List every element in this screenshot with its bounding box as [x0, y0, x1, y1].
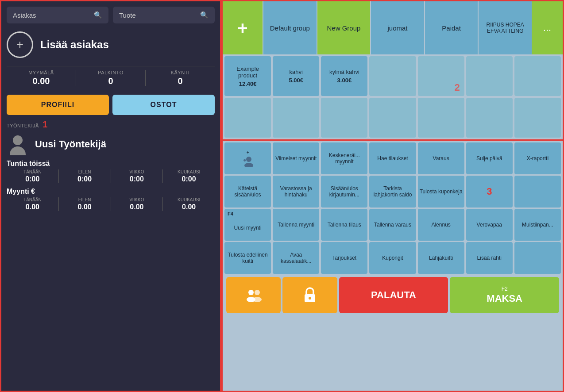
- product-name: Example product: [227, 65, 268, 79]
- action-row-1: + Viimeiset myynnit Keskeneräi... myynni…: [224, 142, 561, 174]
- product-empty-1[interactable]: [369, 56, 416, 96]
- tallenna-myynti-button[interactable]: Tallenna myynti: [273, 209, 319, 241]
- maksa-button[interactable]: F2 MAKSA: [450, 277, 559, 313]
- sales-section: Myynti € TÄNÄÄN 0.00 EILEN 0.00 VIIKKO 0…: [7, 188, 215, 211]
- varaus-label: Varaus: [433, 155, 449, 161]
- add-customer-icon[interactable]: +: [7, 31, 33, 58]
- tab-paidat[interactable]: Paidat: [424, 1, 478, 54]
- tallenna-tilaus-button[interactable]: Tallenna tilaus: [321, 209, 367, 241]
- hours-kuukausi: KUUKAUSI 0:00: [162, 169, 215, 183]
- add-person-button[interactable]: +: [224, 142, 271, 174]
- lisaa-rahti-button[interactable]: Lisää rahti: [466, 242, 513, 274]
- bottom-area: + Viimeiset myynnit Keskeneräi... myynni…: [223, 141, 563, 391]
- add-customer-row[interactable]: + Lisää asiakas: [7, 28, 215, 61]
- lahjakuitti-label: Lahjakuitti: [429, 255, 453, 261]
- tab-new-group[interactable]: New Group: [317, 1, 371, 54]
- sales-eilen: EILEN 0.00: [58, 197, 111, 211]
- employee-header: TYÖNTEKIJÄ 1: [7, 119, 215, 130]
- sales-tanaan: TÄNÄÄN 0.00: [7, 197, 58, 211]
- tarkista-button[interactable]: Tarkista lahjakortin saldo: [369, 176, 416, 208]
- product-price: 12.40€: [239, 81, 257, 87]
- alennus-button[interactable]: Alennus: [418, 209, 464, 241]
- product-empty-10[interactable]: [466, 98, 513, 138]
- tallenna-varaus-button[interactable]: Tallenna varaus: [369, 209, 416, 241]
- tulosta-kuponkeja-label: Tulosta kuponkeja: [420, 188, 463, 195]
- tab-more-button[interactable]: ...: [532, 1, 563, 54]
- viimeiset-myynnit-button[interactable]: Viimeiset myynnit: [273, 142, 319, 174]
- search-customer-box[interactable]: Asiakas 🔍: [7, 7, 108, 23]
- tarjoukset-button[interactable]: Tarjoukset: [321, 242, 367, 274]
- sales-eilen-value: 0.00: [59, 203, 111, 211]
- action-row-3: F4 Uusi myynti Tallenna myynti Tallenna …: [224, 209, 561, 241]
- avaa-kassalaatik-button[interactable]: Avaa kassalaatik...: [273, 242, 319, 274]
- tarjoukset-label: Tarjoukset: [332, 255, 357, 261]
- alennus-label: Alennus: [431, 222, 450, 228]
- lahjakuitti-button[interactable]: Lahjakuitti: [418, 242, 464, 274]
- tulosta-edellinen-label: Tulosta edellinen kuitti: [226, 252, 269, 264]
- right-panel: + Default group New Group juomat Paidat …: [221, 0, 564, 392]
- profiili-button[interactable]: PROFIILI: [7, 95, 109, 115]
- tab-riipus[interactable]: RIIPUS HOPEA EFVA ATTLING: [478, 1, 532, 54]
- kupongit-button[interactable]: Kupongit: [369, 242, 416, 274]
- svg-point-0: [246, 157, 251, 162]
- add-person-icon: +: [242, 150, 254, 167]
- viimeiset-myynnit-label: Viimeiset myynnit: [275, 155, 317, 161]
- x-raportti-button[interactable]: X-raportti: [514, 142, 561, 174]
- person-icon: [242, 156, 254, 167]
- sulje-paiva-button[interactable]: Sulje päivä: [466, 142, 513, 174]
- search-product-box[interactable]: Tuote 🔍: [113, 7, 215, 23]
- hae-tilaukset-button[interactable]: Hae tilaukset: [369, 142, 416, 174]
- product-example[interactable]: Example product 12.40€: [224, 56, 271, 96]
- search-product-icon: 🔍: [200, 11, 209, 19]
- muistiinpan-button[interactable]: Muistiinpan...: [514, 209, 561, 241]
- product-empty-5[interactable]: [224, 98, 271, 138]
- kateista-sisaan-button[interactable]: Käteistä sisään/ulos: [224, 176, 271, 208]
- lock-button[interactable]: [282, 277, 337, 313]
- stat-myymala: Myymälä 0.00: [7, 70, 76, 86]
- product-empty-2[interactable]: 2: [418, 56, 464, 96]
- tab-default-group[interactable]: Default group: [263, 1, 317, 54]
- action-empty-1[interactable]: [514, 176, 561, 208]
- kateista-label: Käteistä sisään/ulos: [226, 185, 269, 198]
- hours-tanaan: TÄNÄÄN 0:00: [7, 169, 58, 183]
- top-area: + Default group New Group juomat Paidat …: [223, 1, 563, 141]
- uusi-myynti-label: Uusi myynti: [234, 225, 262, 231]
- product-empty-3[interactable]: [466, 56, 513, 96]
- kuukausi-value: 0:00: [163, 175, 215, 183]
- ostot-button[interactable]: OSTOT: [112, 95, 215, 115]
- product-empty-7[interactable]: [321, 98, 367, 138]
- tulosta-edellinen-button[interactable]: Tulosta edellinen kuitti: [224, 242, 271, 274]
- maksa-label: MAKSA: [487, 293, 522, 304]
- product-kahvi[interactable]: kahvi 5.00€: [273, 56, 319, 96]
- product-empty-11[interactable]: [514, 98, 561, 138]
- svg-point-1: [244, 163, 253, 167]
- product-empty-4[interactable]: [514, 56, 561, 96]
- stat-palkinto: PALKINTO 0: [76, 70, 145, 86]
- product-empty-6[interactable]: [273, 98, 319, 138]
- sales-viikko: VIIKKO 0.00: [111, 197, 163, 211]
- badge-3-cell[interactable]: 3: [466, 176, 513, 208]
- uusi-myynti-button[interactable]: F4 Uusi myynti: [224, 209, 271, 241]
- tulosta-kuponkeja-button[interactable]: Tulosta kuponkeja: [418, 176, 464, 208]
- product-empty-9[interactable]: [418, 98, 464, 138]
- product-kylma-kahvi[interactable]: kylmä kahvi 3.00€: [321, 56, 367, 96]
- avaa-kassalaatik-label: Avaa kassalaatik...: [274, 252, 317, 264]
- action-empty-2[interactable]: [514, 242, 561, 274]
- tab-juomat[interactable]: juomat: [370, 1, 424, 54]
- muistiinpan-label: Muistiinpan...: [522, 222, 553, 228]
- search-customer-label: Asiakas: [13, 12, 36, 19]
- palauta-button[interactable]: PALAUTA: [339, 277, 448, 313]
- varaus-button[interactable]: Varaus: [418, 142, 464, 174]
- tanaan-label: TÄNÄÄN: [7, 169, 58, 174]
- keskenera-myynnit-button[interactable]: Keskeneräi... myynnit: [321, 142, 367, 174]
- employee-name: Uusi Työntekijä: [35, 138, 106, 150]
- product-empty-8[interactable]: [369, 98, 416, 138]
- avatar: [7, 133, 29, 155]
- customers-button[interactable]: [226, 277, 281, 313]
- tarkista-label: Tarkista lahjakortin saldo: [371, 185, 414, 198]
- varastossa-button[interactable]: Varastossa ja hintahaku: [273, 176, 319, 208]
- sisaan-ulos-button[interactable]: Sisään/ulos kirjautumin...: [321, 176, 367, 208]
- sales-kuukausi-value: 0.00: [163, 203, 215, 211]
- tab-add-button[interactable]: +: [223, 1, 263, 54]
- verovapaa-button[interactable]: Verovapaa: [466, 209, 513, 241]
